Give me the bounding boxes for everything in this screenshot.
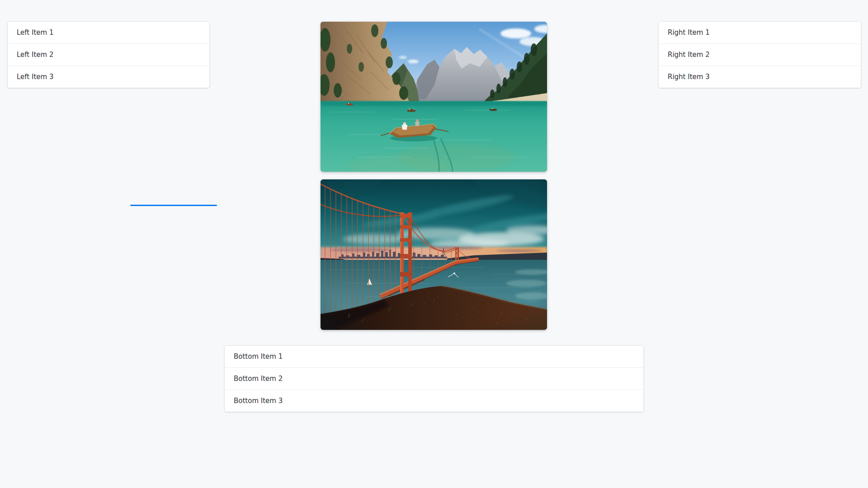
mountain-lake-boats-photo[interactable] bbox=[321, 22, 547, 172]
golden-gate-bridge-photo[interactable] bbox=[321, 179, 547, 330]
list-item[interactable]: Right Item 1 bbox=[659, 22, 861, 43]
mountain-lake-illustration bbox=[321, 22, 547, 172]
bottom-list[interactable]: Bottom Item 1 Bottom Item 2 Bottom Item … bbox=[224, 345, 644, 412]
drop-indicator-line bbox=[130, 205, 217, 206]
list-item[interactable]: Left Item 3 bbox=[8, 66, 209, 88]
list-item[interactable]: Left Item 1 bbox=[8, 22, 209, 43]
right-list[interactable]: Right Item 1 Right Item 2 Right Item 3 bbox=[658, 21, 861, 88]
list-item[interactable]: Right Item 2 bbox=[659, 43, 861, 66]
list-item[interactable]: Bottom Item 2 bbox=[225, 367, 643, 389]
list-item[interactable]: Bottom Item 1 bbox=[225, 346, 643, 367]
left-list[interactable]: Left Item 1 Left Item 2 Left Item 3 bbox=[7, 21, 210, 88]
list-item[interactable]: Left Item 2 bbox=[8, 43, 209, 66]
list-item[interactable]: Bottom Item 3 bbox=[225, 389, 643, 412]
golden-gate-illustration bbox=[321, 179, 547, 330]
list-item[interactable]: Right Item 3 bbox=[659, 66, 861, 88]
